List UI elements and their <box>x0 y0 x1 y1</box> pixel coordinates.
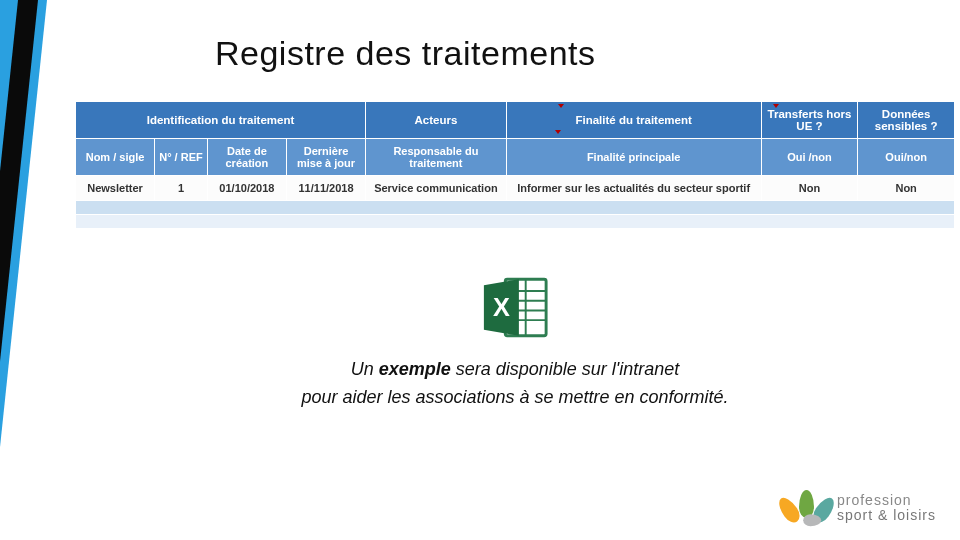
cell-ouinon1: Non <box>761 176 858 201</box>
caption-line2: pour aider les associations à se mettre … <box>301 387 728 407</box>
cell-ref: 1 <box>155 176 208 201</box>
th-maj: Dernière mise à jour <box>286 139 365 176</box>
cell-finpr: Informer sur les actualités du secteur s… <box>506 176 761 201</box>
cell-maj: 11/11/2018 <box>286 176 365 201</box>
cell-datecrea: 01/10/2018 <box>207 176 286 201</box>
svg-text:X: X <box>493 293 510 321</box>
page-title: Registre des traitements <box>215 34 955 73</box>
content-area: Registre des traitements Identification … <box>75 0 955 540</box>
logo-text-line1: profession <box>837 493 936 508</box>
slide: Registre des traitements Identification … <box>0 0 960 540</box>
accent-bars <box>0 0 65 540</box>
th-nom: Nom / sigle <box>76 139 155 176</box>
th-ouinon2: Oui/non <box>858 139 955 176</box>
th-resp: Responsable du traitement <box>366 139 507 176</box>
th-finalite: Finalité du traitement <box>506 102 761 139</box>
th-ouinon1: Oui /non <box>761 139 858 176</box>
caption: Un exemple sera disponible sur l'intrane… <box>75 356 955 412</box>
th-datecrea: Date de création <box>207 139 286 176</box>
table-row: Newsletter 1 01/10/2018 11/11/2018 Servi… <box>76 176 955 201</box>
logo-mark-icon <box>785 488 829 528</box>
th-ref: N° / REF <box>155 139 208 176</box>
table-row-empty <box>76 201 955 215</box>
th-finpr: Finalité principale <box>506 139 761 176</box>
table-header-row-1: Identification du traitement Acteurs Fin… <box>76 102 955 139</box>
brand-logo: profession sport & loisirs <box>785 488 936 528</box>
caption-line1a: Un <box>351 359 379 379</box>
logo-text: profession sport & loisirs <box>837 493 936 522</box>
excel-icon: X <box>480 275 550 340</box>
table-header-row-2: Nom / sigle N° / REF Date de création De… <box>76 139 955 176</box>
cell-nom: Newsletter <box>76 176 155 201</box>
caption-bold: exemple <box>379 359 451 379</box>
table: Identification du traitement Acteurs Fin… <box>75 101 955 229</box>
dropdown-marker-icon <box>555 130 561 134</box>
dropdown-marker-icon <box>773 104 779 108</box>
cell-resp: Service communication <box>366 176 507 201</box>
dropdown-marker-icon <box>558 104 564 108</box>
cell-ouinon2: Non <box>858 176 955 201</box>
logo-text-line2: sport & loisirs <box>837 508 936 523</box>
th-sensibles: Données sensibles ? <box>858 102 955 139</box>
registry-table: Identification du traitement Acteurs Fin… <box>75 101 955 229</box>
caption-line1c: sera disponible sur l'intranet <box>451 359 680 379</box>
th-identification: Identification du traitement <box>76 102 366 139</box>
th-acteurs: Acteurs <box>366 102 507 139</box>
table-row-empty <box>76 215 955 229</box>
